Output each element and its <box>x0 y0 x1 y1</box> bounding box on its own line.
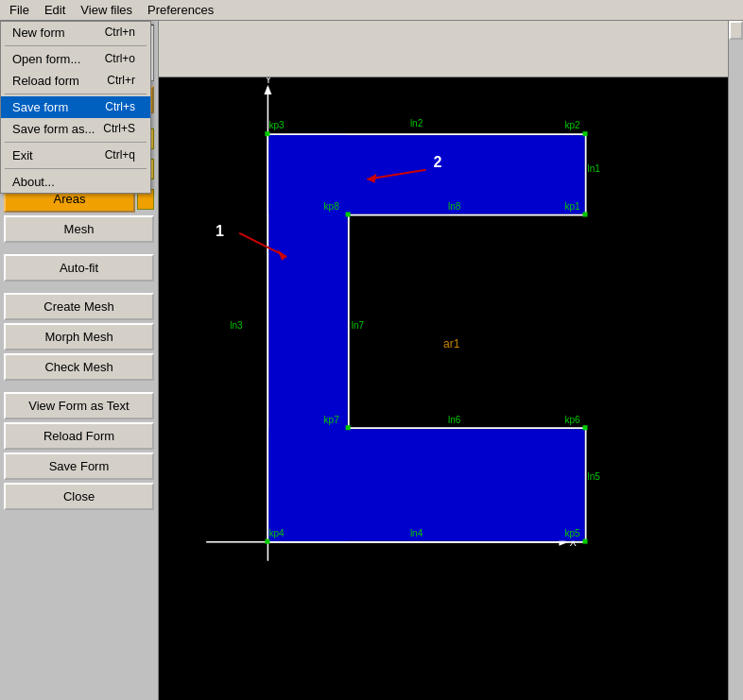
svg-text:kp2: kp2 <box>564 120 580 130</box>
menubar: File Edit View files Preferences New for… <box>0 0 743 21</box>
menu-sep-2 <box>5 94 147 94</box>
menu-reload-form[interactable]: Reload form Ctrl+r <box>1 70 150 92</box>
drawing-canvas: Y X <box>159 77 728 665</box>
svg-text:kp8: kp8 <box>324 201 340 212</box>
svg-text:ln6: ln6 <box>448 415 461 425</box>
svg-text:ln4: ln4 <box>410 528 423 538</box>
svg-rect-18 <box>265 131 269 136</box>
menu-save-form[interactable]: Save form Ctrl+s <box>1 96 150 118</box>
svg-text:ar1: ar1 <box>443 337 460 350</box>
svg-text:ln7: ln7 <box>352 320 365 331</box>
svg-text:kp5: kp5 <box>564 528 580 538</box>
menu-exit[interactable]: Exit Ctrl+q <box>1 145 150 166</box>
save-form-button[interactable]: Save Form <box>4 452 154 480</box>
top-strip <box>159 21 743 77</box>
check-mesh-button[interactable]: Check Mesh <box>4 353 154 381</box>
menu-file[interactable]: File <box>2 1 37 19</box>
scrollbar-thumb[interactable] <box>729 21 743 40</box>
svg-text:kp4: kp4 <box>268 528 285 538</box>
svg-rect-32 <box>582 539 587 544</box>
svg-rect-26 <box>346 425 351 430</box>
mesh-button[interactable]: Mesh <box>4 215 154 243</box>
svg-text:ln5: ln5 <box>588 471 601 482</box>
menu-new-form[interactable]: New form Ctrl+n <box>1 22 150 43</box>
menu-sep-3 <box>5 142 147 143</box>
svg-rect-24 <box>582 212 587 216</box>
menu-open-form[interactable]: Open form... Ctrl+o <box>1 48 150 70</box>
menu-sep-1 <box>5 45 147 46</box>
menu-view-files[interactable]: View files <box>73 1 140 19</box>
canvas-area: Y X <box>159 21 743 700</box>
svg-text:kp3: kp3 <box>268 120 285 130</box>
reload-form-button[interactable]: Reload Form <box>4 422 154 450</box>
svg-text:kp7: kp7 <box>324 415 340 425</box>
menu-preferences[interactable]: Preferences <box>140 1 221 19</box>
svg-text:ln2: ln2 <box>410 118 423 128</box>
svg-rect-20 <box>582 131 587 136</box>
scrollbar-right[interactable] <box>728 21 743 700</box>
menu-edit[interactable]: Edit <box>37 1 73 19</box>
svg-text:ln8: ln8 <box>448 201 461 212</box>
svg-rect-28 <box>582 425 587 430</box>
svg-rect-17 <box>268 429 584 540</box>
create-mesh-button[interactable]: Create Mesh <box>4 293 154 320</box>
menu-sep-4 <box>5 168 147 169</box>
file-dropdown-menu: New form Ctrl+n Open form... Ctrl+o Relo… <box>0 21 151 194</box>
close-button[interactable]: Close <box>4 483 154 510</box>
svg-rect-30 <box>265 539 269 544</box>
auto-fit-button[interactable]: Auto-fit <box>4 254 154 282</box>
svg-text:kp1: kp1 <box>564 201 580 212</box>
svg-text:ln3: ln3 <box>230 320 243 331</box>
menu-save-form-as[interactable]: Save form as... Ctrl+S <box>1 118 150 140</box>
svg-rect-22 <box>346 212 351 216</box>
svg-text:kp6: kp6 <box>564 415 580 425</box>
menu-about[interactable]: About... <box>1 171 150 193</box>
svg-text:Y: Y <box>265 77 272 85</box>
morph-mesh-button[interactable]: Morph Mesh <box>4 323 154 350</box>
svg-text:ln1: ln1 <box>588 163 601 174</box>
view-form-text-button[interactable]: View Form as Text <box>4 392 154 419</box>
